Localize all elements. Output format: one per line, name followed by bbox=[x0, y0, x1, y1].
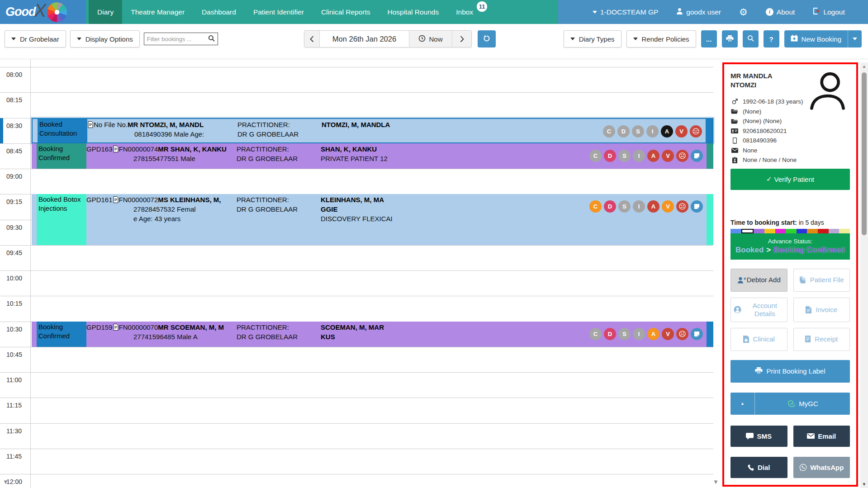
patient-detail-value: 0818490396 bbox=[743, 137, 777, 144]
user-icon bbox=[676, 8, 683, 16]
previous-day-button[interactable] bbox=[304, 31, 320, 47]
nav-item-theatre-manager[interactable]: Theatre Manager bbox=[122, 0, 193, 24]
user-menu[interactable]: goodx user bbox=[676, 8, 721, 16]
filter-bookings-input[interactable] bbox=[147, 36, 208, 43]
booking-row[interactable]: Booking ConfirmedGPD159FN00000070MR SCOE… bbox=[32, 322, 713, 347]
goodx-logo: GoodX bbox=[0, 0, 86, 24]
booking-code: GPD161 bbox=[86, 196, 113, 204]
scroll-down-left-icon[interactable]: ▼ bbox=[3, 479, 9, 485]
status-circle-c[interactable]: C bbox=[603, 125, 615, 137]
display-options-dropdown[interactable]: Display Options bbox=[70, 30, 140, 47]
nav-item-patient-identifier[interactable]: Patient Identifier bbox=[245, 0, 313, 24]
practice-selector[interactable]: 1-DOCSTEAM GP bbox=[593, 8, 658, 16]
scrollbar-thumb[interactable] bbox=[862, 72, 867, 235]
nav-item-inbox[interactable]: Inbox11 bbox=[447, 0, 482, 24]
email-button[interactable]: Email bbox=[793, 426, 850, 447]
diary-types-dropdown[interactable]: Diary Types bbox=[564, 30, 621, 47]
time-slot-line bbox=[0, 474, 713, 474]
status-circle-a[interactable]: A bbox=[647, 150, 659, 162]
frown-status-icon[interactable]: ☹ bbox=[676, 328, 688, 340]
mygc-button[interactable]: MyGC bbox=[755, 393, 850, 415]
booking-row[interactable]: Booked Botox InjectionsGPD161FN00000072M… bbox=[32, 194, 713, 245]
diary-types-label: Diary Types bbox=[579, 35, 615, 43]
render-policies-dropdown[interactable]: Render Policies bbox=[626, 30, 696, 47]
status-circle-s[interactable]: S bbox=[632, 125, 644, 137]
note-status-icon[interactable] bbox=[691, 328, 703, 340]
note-status-icon[interactable] bbox=[691, 150, 703, 162]
dial-button[interactable]: Dial bbox=[730, 457, 787, 478]
time-label: 08:30 bbox=[6, 122, 22, 129]
status-circle-v[interactable]: V bbox=[675, 125, 688, 137]
status-circle-i[interactable]: I bbox=[633, 328, 645, 340]
receipt-button[interactable]: Receipt bbox=[793, 328, 850, 351]
nav-item-diary[interactable]: Diary bbox=[89, 0, 122, 24]
patient-file-button[interactable]: Patient File bbox=[793, 269, 850, 292]
status-circle-d[interactable]: D bbox=[617, 125, 630, 137]
debtor-add-button[interactable]: Debtor Add bbox=[730, 269, 787, 292]
mygc-collapse-button[interactable]: ▲ bbox=[730, 393, 755, 415]
status-circle-v[interactable]: V bbox=[662, 150, 674, 162]
refresh-button[interactable] bbox=[478, 30, 496, 47]
status-circle-a[interactable]: A bbox=[661, 125, 673, 137]
booking-row[interactable]: Booking ConfirmedGPD163FN00000074MR SHAN… bbox=[32, 143, 713, 169]
scroll-down-icon[interactable]: ▼ bbox=[860, 482, 868, 487]
time-to-booking: Time to booking start: in 5 days bbox=[730, 219, 850, 226]
status-strip-segment bbox=[807, 229, 818, 233]
frown-status-icon[interactable]: ☹ bbox=[690, 125, 702, 137]
about-button[interactable]: i About bbox=[766, 8, 795, 16]
search-button[interactable] bbox=[743, 30, 759, 47]
status-circle-i[interactable]: I bbox=[633, 150, 645, 162]
frown-status-icon[interactable]: ☹ bbox=[676, 150, 688, 162]
patient-avatar-icon bbox=[806, 71, 849, 114]
frown-status-icon[interactable]: ☹ bbox=[676, 200, 688, 213]
status-circle-a[interactable]: A bbox=[647, 200, 659, 213]
new-booking-button[interactable]: New Booking bbox=[784, 30, 848, 47]
settings-button[interactable]: ⚙ bbox=[739, 7, 748, 17]
practitioner-dropdown[interactable]: Dr Grobelaar bbox=[5, 30, 66, 47]
help-button[interactable]: ? bbox=[764, 30, 779, 47]
current-date[interactable]: Mon 26th Jan 2026 bbox=[320, 31, 409, 47]
print-button[interactable] bbox=[722, 30, 738, 47]
patient-detail-row: (None) (None) bbox=[730, 116, 850, 126]
status-circle-d[interactable]: D bbox=[604, 200, 616, 213]
sms-button[interactable]: SMS bbox=[730, 426, 787, 447]
status-strip-segment bbox=[764, 229, 775, 233]
status-circle-s[interactable]: S bbox=[618, 200, 631, 213]
more-actions-button[interactable]: ... bbox=[701, 30, 717, 47]
account-details-button[interactable]: Account Details bbox=[730, 298, 787, 322]
search-icon bbox=[208, 35, 215, 43]
status-circle-c[interactable]: C bbox=[589, 150, 602, 162]
search-icon bbox=[747, 35, 754, 43]
invoice-button[interactable]: Invoice bbox=[793, 298, 850, 322]
status-circle-s[interactable]: S bbox=[618, 150, 631, 162]
status-circle-c[interactable]: C bbox=[589, 328, 602, 340]
next-day-button[interactable] bbox=[452, 31, 471, 47]
status-circle-d[interactable]: D bbox=[604, 328, 616, 340]
now-label: Now bbox=[429, 35, 442, 43]
print-booking-label-button[interactable]: Print Booking Label bbox=[730, 360, 850, 383]
nav-item-hospital-rounds[interactable]: Hospital Rounds bbox=[379, 0, 447, 24]
clinical-button[interactable]: Clinical bbox=[730, 328, 787, 351]
status-circle-c[interactable]: C bbox=[589, 200, 602, 213]
nav-item-clinical-reports[interactable]: Clinical Reports bbox=[313, 0, 379, 24]
whatsapp-button[interactable]: WhatsApp bbox=[793, 457, 850, 478]
scroll-down-right-icon[interactable]: ▼ bbox=[713, 479, 719, 485]
booking-edge-strip bbox=[707, 322, 713, 347]
verify-patient-button[interactable]: ✓ Verify Patient bbox=[730, 169, 850, 190]
scroll-up-icon[interactable]: ▲ bbox=[860, 64, 868, 69]
new-booking-caret[interactable] bbox=[848, 30, 862, 47]
booking-row[interactable]: Booked ConsultationNo File No.MR NTOMZI,… bbox=[32, 118, 713, 143]
now-button[interactable]: Now bbox=[409, 31, 452, 47]
note-status-icon[interactable] bbox=[691, 200, 703, 213]
nav-item-dashboard[interactable]: Dashboard bbox=[193, 0, 245, 24]
status-circle-i[interactable]: I bbox=[633, 200, 645, 213]
status-circle-v[interactable]: V bbox=[662, 200, 674, 213]
status-circle-a[interactable]: A bbox=[647, 328, 659, 340]
status-circle-d[interactable]: D bbox=[604, 150, 616, 162]
logout-button[interactable]: Logout bbox=[813, 8, 844, 16]
status-circle-i[interactable]: I bbox=[646, 125, 659, 137]
status-circle-s[interactable]: S bbox=[618, 328, 631, 340]
verify-patient-label: Verify Patient bbox=[774, 175, 814, 183]
receipt-icon bbox=[805, 336, 811, 343]
status-circle-v[interactable]: V bbox=[662, 328, 674, 340]
